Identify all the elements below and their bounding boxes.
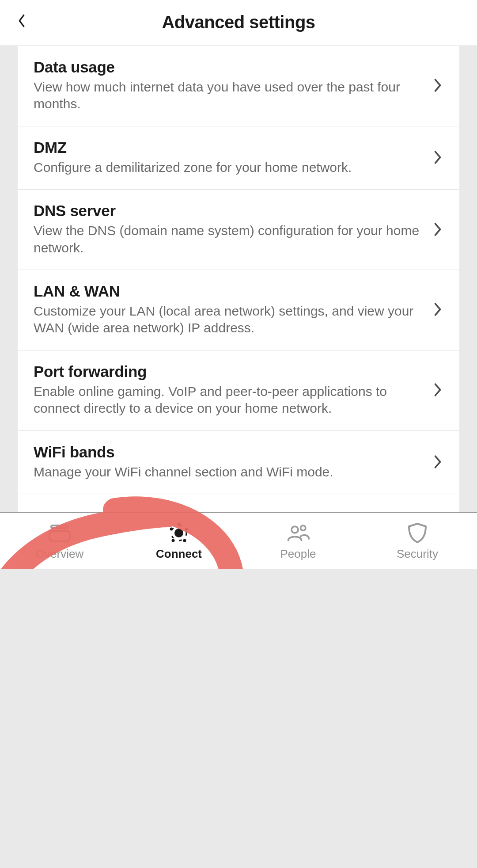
page-title: Advanced settings <box>162 12 315 32</box>
port-forwarding-row[interactable]: Port forwarding Enable online gaming. Vo… <box>18 350 459 431</box>
nav-security[interactable]: Security <box>358 513 477 569</box>
bottom-nav: Overview Connect <box>0 512 477 569</box>
people-icon <box>286 522 310 544</box>
chevron-right-icon <box>432 453 443 471</box>
dmz-row[interactable]: DMZ Configure a demilitarized zone for y… <box>18 126 459 190</box>
nav-label: People <box>280 547 316 561</box>
row-desc: View how much internet data you have use… <box>34 79 423 113</box>
shield-icon <box>405 522 430 544</box>
nav-label: Overview <box>36 547 83 561</box>
connect-icon <box>167 522 191 544</box>
row-desc: Customize your LAN (local area network) … <box>34 303 423 337</box>
nav-overview[interactable]: Overview <box>0 513 119 569</box>
svg-point-10 <box>301 525 306 530</box>
chevron-right-icon <box>432 301 443 318</box>
nav-label: Security <box>397 547 438 561</box>
row-title: DMZ <box>34 139 423 156</box>
back-button[interactable] <box>15 14 28 27</box>
dns-server-row[interactable]: DNS server View the DNS (domain name sys… <box>18 190 459 270</box>
svg-point-2 <box>174 529 183 537</box>
chevron-right-icon <box>432 148 443 166</box>
list-item[interactable] <box>18 494 459 512</box>
svg-rect-0 <box>51 525 68 528</box>
chevron-right-icon <box>432 76 443 94</box>
overview-icon <box>47 522 72 544</box>
scroll-gutter <box>471 46 477 512</box>
svg-point-7 <box>172 539 175 542</box>
chevron-left-icon <box>17 14 26 28</box>
svg-point-9 <box>292 526 298 533</box>
svg-rect-1 <box>49 531 70 541</box>
wifi-bands-row[interactable]: WiFi bands Manage your WiFi channel sect… <box>18 431 459 494</box>
row-title: WiFi bands <box>34 443 423 461</box>
row-desc: Manage your WiFi channel section and WiF… <box>34 464 423 480</box>
svg-point-5 <box>185 527 188 530</box>
svg-point-4 <box>178 522 181 525</box>
svg-point-6 <box>183 539 186 542</box>
svg-point-8 <box>170 527 173 530</box>
chevron-right-icon <box>432 381 443 399</box>
row-desc: View the DNS (domain name system) config… <box>34 222 423 256</box>
row-title: LAN & WAN <box>34 282 423 300</box>
row-title: Data usage <box>34 58 423 76</box>
settings-list: Data usage View how much internet data y… <box>18 46 459 512</box>
lan-wan-row[interactable]: LAN & WAN Customize your LAN (local area… <box>18 270 459 350</box>
chevron-right-icon <box>432 221 443 238</box>
row-title: Port forwarding <box>34 363 423 381</box>
app-header: Advanced settings <box>0 0 477 46</box>
row-desc: Configure a demilitarized zone for your … <box>34 159 423 176</box>
row-title: DNS server <box>34 202 423 220</box>
nav-label: Connect <box>156 547 202 561</box>
nav-connect[interactable]: Connect <box>119 513 238 569</box>
data-usage-row[interactable]: Data usage View how much internet data y… <box>18 46 459 126</box>
nav-people[interactable]: People <box>238 513 358 569</box>
row-desc: Enable online gaming. VoIP and peer-to-p… <box>34 383 423 417</box>
